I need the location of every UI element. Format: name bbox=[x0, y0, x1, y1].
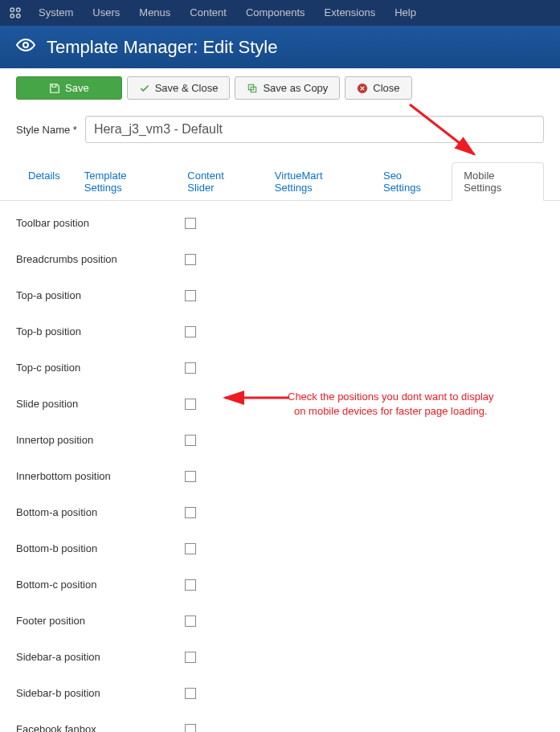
setting-label: Top-c position bbox=[16, 362, 185, 374]
setting-row: Top-c position bbox=[16, 362, 544, 374]
style-name-label: Style Name * bbox=[16, 124, 77, 136]
tab-details[interactable]: Details bbox=[16, 162, 72, 201]
setting-row: Top-a position bbox=[16, 289, 544, 301]
checkbox-slide-position[interactable] bbox=[185, 399, 196, 410]
setting-label: Bottom-b position bbox=[16, 542, 185, 554]
menu-extensions[interactable]: Extensions bbox=[315, 0, 386, 26]
setting-label: Innertop position bbox=[16, 434, 185, 446]
close-label: Close bbox=[373, 82, 399, 94]
menu-components[interactable]: Components bbox=[236, 0, 315, 26]
mobile-settings-panel: Toolbar position Breadcrumbs position To… bbox=[0, 201, 560, 732]
setting-label: Innerbottom position bbox=[16, 470, 185, 482]
setting-row: Bottom-c position bbox=[16, 579, 544, 591]
setting-label: Facebook fanbox bbox=[16, 723, 185, 732]
save-close-button[interactable]: Save & Close bbox=[127, 76, 231, 100]
tabs-bar: Details Template Settings Content Slider… bbox=[0, 162, 560, 201]
svg-point-4 bbox=[23, 43, 28, 47]
check-icon bbox=[139, 83, 150, 94]
setting-row: Bottom-a position bbox=[16, 506, 544, 518]
tab-virtuemart-settings[interactable]: VirtueMart Settings bbox=[263, 162, 371, 201]
top-menubar: System Users Menus Content Components Ex… bbox=[0, 0, 560, 26]
svg-point-2 bbox=[10, 14, 14, 18]
top-menu-list: System Users Menus Content Components Ex… bbox=[29, 0, 426, 26]
checkbox-innertop-position[interactable] bbox=[185, 435, 196, 446]
menu-menus[interactable]: Menus bbox=[129, 0, 180, 26]
annotation-text: Check the positions you dont want to dis… bbox=[288, 390, 494, 419]
setting-label: Footer position bbox=[16, 615, 185, 627]
action-toolbar: Save Save & Close Save as Copy Close bbox=[0, 68, 560, 108]
tab-seo-settings[interactable]: Seo Settings bbox=[371, 162, 452, 201]
setting-label: Sidebar-b position bbox=[16, 687, 185, 699]
annotation-line1: Check the positions you dont want to dis… bbox=[288, 391, 494, 403]
checkbox-top-c-position[interactable] bbox=[185, 362, 196, 374]
checkbox-bottom-b-position[interactable] bbox=[185, 543, 196, 554]
checkbox-bottom-a-position[interactable] bbox=[185, 507, 196, 518]
checkbox-innerbottom-position[interactable] bbox=[185, 471, 196, 482]
checkbox-sidebar-b-position[interactable] bbox=[185, 688, 196, 699]
annotation-line2: on mobile devices for faster page loadin… bbox=[288, 405, 488, 417]
tab-content-slider[interactable]: Content Slider bbox=[175, 162, 263, 201]
cancel-icon bbox=[357, 83, 368, 94]
checkbox-bottom-c-position[interactable] bbox=[185, 579, 196, 591]
setting-row: Innertop position bbox=[16, 434, 544, 446]
page-header: Template Manager: Edit Style bbox=[0, 26, 560, 68]
tab-mobile-settings[interactable]: Mobile Settings bbox=[452, 162, 544, 201]
setting-label: Slide position bbox=[16, 398, 185, 410]
setting-row: Toolbar position bbox=[16, 217, 544, 229]
setting-row: Innerbottom position bbox=[16, 470, 544, 482]
menu-users[interactable]: Users bbox=[83, 0, 129, 26]
setting-row: Footer position bbox=[16, 615, 544, 627]
save-copy-button[interactable]: Save as Copy bbox=[235, 76, 340, 100]
setting-label: Bottom-c position bbox=[16, 579, 185, 591]
joomla-logo-icon bbox=[6, 4, 24, 22]
save-button[interactable]: Save bbox=[16, 76, 122, 100]
page-title: Template Manager: Edit Style bbox=[47, 37, 277, 58]
setting-label: Toolbar position bbox=[16, 217, 185, 229]
checkbox-top-a-position[interactable] bbox=[185, 290, 196, 301]
save-close-label: Save & Close bbox=[155, 82, 219, 94]
menu-system[interactable]: System bbox=[29, 0, 83, 26]
setting-label: Top-b position bbox=[16, 325, 185, 337]
svg-point-1 bbox=[17, 8, 21, 12]
checkbox-footer-position[interactable] bbox=[185, 615, 196, 627]
save-label: Save bbox=[65, 82, 89, 94]
checkbox-sidebar-a-position[interactable] bbox=[185, 652, 196, 663]
menu-content[interactable]: Content bbox=[180, 0, 236, 26]
apply-icon bbox=[49, 83, 60, 94]
checkbox-toolbar-position[interactable] bbox=[185, 218, 196, 229]
setting-row: Breadcrumbs position bbox=[16, 253, 544, 265]
setting-label: Sidebar-a position bbox=[16, 651, 185, 663]
setting-row: Sidebar-a position bbox=[16, 651, 544, 663]
copy-icon bbox=[247, 83, 258, 94]
eye-icon bbox=[16, 35, 35, 59]
setting-label: Breadcrumbs position bbox=[16, 253, 185, 265]
setting-row: Top-b position bbox=[16, 325, 544, 337]
setting-row: Bottom-b position bbox=[16, 542, 544, 554]
svg-point-0 bbox=[10, 8, 14, 12]
tab-template-settings[interactable]: Template Settings bbox=[72, 162, 176, 201]
setting-row: Sidebar-b position bbox=[16, 687, 544, 699]
checkbox-breadcrumbs-position[interactable] bbox=[185, 254, 196, 265]
svg-point-3 bbox=[17, 14, 21, 18]
setting-label: Bottom-a position bbox=[16, 506, 185, 518]
checkbox-top-b-position[interactable] bbox=[185, 326, 196, 337]
setting-row: Facebook fanbox bbox=[16, 723, 544, 732]
close-button[interactable]: Close bbox=[345, 76, 411, 100]
menu-help[interactable]: Help bbox=[385, 0, 426, 26]
save-copy-label: Save as Copy bbox=[263, 82, 328, 94]
style-name-input[interactable] bbox=[85, 116, 544, 143]
checkbox-facebook-fanbox[interactable] bbox=[185, 724, 196, 733]
form-area: Style Name * bbox=[0, 108, 560, 157]
setting-label: Top-a position bbox=[16, 289, 185, 301]
